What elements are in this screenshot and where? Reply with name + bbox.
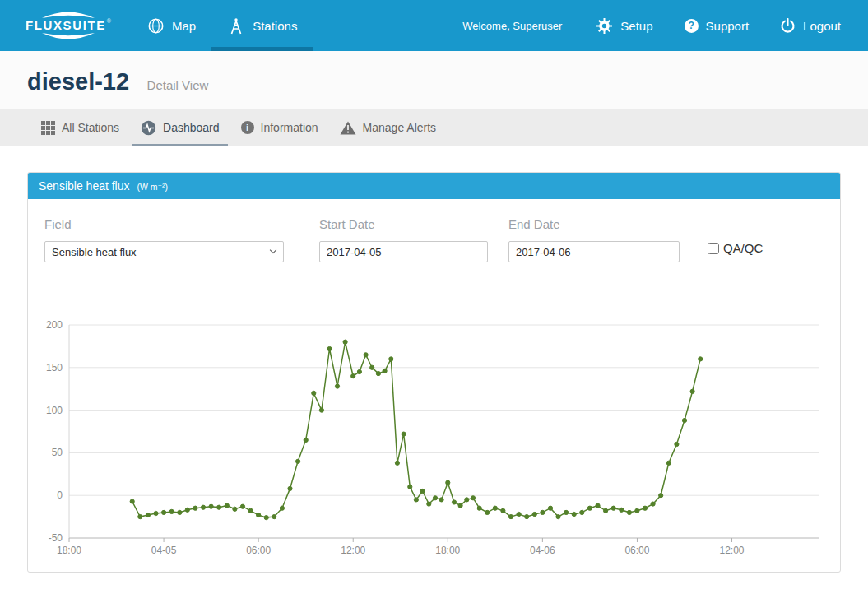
nav-map-label: Map — [172, 19, 196, 33]
nav-setup-label: Setup — [620, 19, 652, 33]
question-icon: ? — [685, 19, 699, 33]
end-date-column: End Date — [508, 217, 680, 262]
panel-header: Sensible heat flux (W m⁻²) — [28, 173, 840, 199]
svg-text:12:00: 12:00 — [341, 545, 365, 556]
svg-text:50: 50 — [52, 447, 63, 458]
pulse-icon — [141, 120, 156, 136]
brand-swoosh-bottom-icon — [41, 33, 95, 40]
tab-manage-alerts[interactable]: Manage Alerts — [330, 109, 447, 146]
tab-manage-alerts-label: Manage Alerts — [363, 121, 437, 134]
field-select[interactable]: Sensible heat flux — [44, 241, 284, 262]
flux-chart[interactable]: -5005010015020018:0004-0506:0012:0018:00… — [44, 315, 824, 562]
tab-bar: All Stations Dashboard i Information Man… — [0, 109, 868, 146]
svg-text:06:00: 06:00 — [246, 545, 271, 556]
gear-icon — [596, 17, 613, 35]
power-icon — [780, 18, 796, 34]
brand-logo[interactable]: FLUXSUITE® — [28, 0, 109, 51]
page-title: diesel-12 — [27, 68, 129, 95]
svg-text:12:00: 12:00 — [720, 545, 745, 556]
field-label: Field — [44, 217, 284, 231]
globe-icon — [147, 17, 165, 35]
nav-stations[interactable]: Stations — [211, 0, 313, 51]
svg-text:06:00: 06:00 — [624, 545, 649, 556]
svg-text:-50: -50 — [49, 532, 63, 544]
nav-map[interactable]: Map — [132, 0, 211, 51]
svg-text:18:00: 18:00 — [435, 545, 460, 556]
field-column: Field Sensible heat flux — [44, 217, 284, 262]
qaqc-checkbox[interactable] — [708, 243, 719, 254]
primary-nav: Map Stations — [132, 0, 313, 51]
panel-unit: (W m⁻²) — [137, 182, 168, 192]
flux-panel: Sensible heat flux (W m⁻²) Field Sensibl… — [27, 172, 841, 573]
svg-text:150: 150 — [46, 362, 63, 373]
start-date-label: Start Date — [319, 217, 488, 231]
welcome-text: Welcome, Superuser — [462, 20, 562, 32]
nav-logout[interactable]: Logout — [764, 0, 856, 51]
page-subtitle: Detail View — [147, 78, 209, 92]
nav-setup[interactable]: Setup — [580, 0, 668, 51]
alert-icon — [340, 121, 356, 135]
tab-dashboard-label: Dashboard — [163, 121, 220, 134]
svg-text:100: 100 — [46, 405, 63, 416]
qaqc-toggle[interactable]: QA/QC — [708, 241, 763, 255]
end-date-label: End Date — [508, 217, 680, 231]
field-select-wrap: Sensible heat flux — [44, 241, 284, 262]
start-date-column: Start Date — [319, 217, 488, 262]
tab-dashboard[interactable]: Dashboard — [131, 109, 230, 146]
nav-stations-label: Stations — [253, 19, 297, 33]
brand-name: FLUXSUITE — [26, 18, 106, 32]
page-header: diesel-12 Detail View — [0, 51, 868, 109]
tab-information-label: Information — [261, 121, 318, 134]
tab-all-stations-label: All Stations — [62, 121, 119, 134]
nav-logout-label: Logout — [803, 19, 841, 33]
app-root: FLUXSUITE® Map — [0, 0, 868, 573]
tab-information[interactable]: i Information — [231, 109, 328, 146]
start-date-input[interactable] — [319, 241, 488, 262]
panel-title: Sensible heat flux — [39, 179, 130, 192]
brand-swoosh-top-icon — [41, 11, 95, 18]
top-navbar: FLUXSUITE® Map — [0, 0, 868, 51]
chart-controls: Field Sensible heat flux Start Date End … — [44, 217, 824, 262]
end-date-input[interactable] — [508, 241, 680, 262]
tab-all-stations[interactable]: All Stations — [31, 109, 129, 146]
svg-text:0: 0 — [57, 489, 63, 501]
station-icon — [227, 17, 245, 35]
svg-text:04-06: 04-06 — [530, 545, 555, 556]
navbar-right: Welcome, Superuser Setup ? Support — [462, 0, 856, 51]
qaqc-label: QA/QC — [723, 241, 763, 255]
svg-text:18:00: 18:00 — [57, 545, 81, 556]
registered-mark: ® — [107, 18, 111, 24]
nav-support-label: Support — [706, 19, 750, 33]
grid-icon — [41, 121, 55, 135]
info-icon: i — [241, 121, 254, 134]
svg-text:200: 200 — [46, 319, 63, 331]
panel-body: Field Sensible heat flux Start Date End … — [28, 199, 840, 572]
nav-support[interactable]: ? Support — [669, 0, 765, 51]
svg-text:04-05: 04-05 — [151, 545, 177, 556]
